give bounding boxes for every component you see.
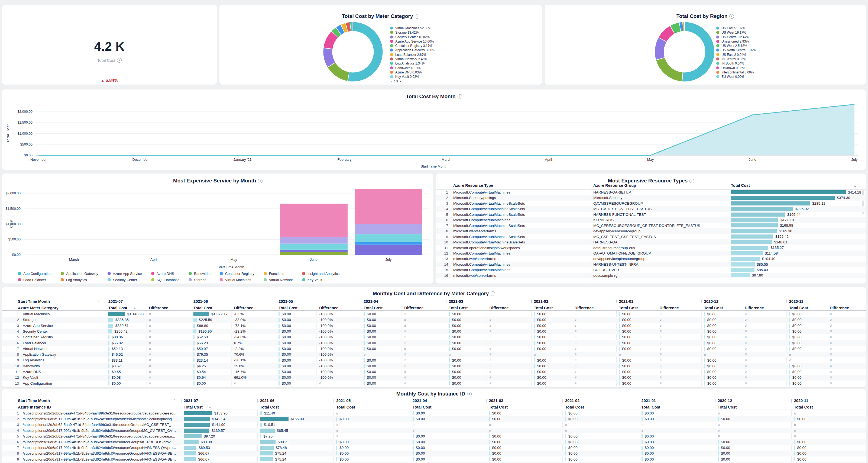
- donut-slice-storage[interactable]: [332, 65, 348, 77]
- chevron-down-icon[interactable]: ⌄: [209, 405, 212, 409]
- legend-item-azure-app-service[interactable]: Azure App Service: [107, 271, 142, 277]
- month-header-2020-11[interactable]: 2020-11: [794, 399, 808, 403]
- legend-page-up-icon[interactable]: ▲: [390, 80, 393, 83]
- column-header-total-cost[interactable]: Total Cost: [718, 405, 737, 409]
- legend-item-load-balancer[interactable]: Load Balancer 2.67%: [390, 53, 435, 57]
- month-header-2020-12[interactable]: 2020-12: [718, 399, 732, 403]
- month-header-2021-06[interactable]: 2021-06: [260, 399, 274, 403]
- table-row[interactable]: 4Security Center$256.42ø$196.90-23.2%$0.…: [2, 328, 866, 334]
- table-row[interactable]: 11microsoft.operationalinsights/workspac…: [436, 245, 866, 251]
- legend-item-virtual-machines[interactable]: Virtual Machines 52.88%: [390, 26, 435, 30]
- table-row[interactable]: 13App Configuration$0.00ø$0.00ø$0.00ø$0.…: [2, 381, 866, 386]
- legend-item-us-north-central[interactable]: US North Central 1.82%: [716, 48, 756, 52]
- info-icon[interactable]: i: [467, 392, 472, 396]
- column-header-total-cost[interactable]: Total Cost: [184, 405, 203, 409]
- row-header-label[interactable]: Azure Meter Category: [18, 306, 59, 310]
- legend-item-intercontinental[interactable]: Intercontinental 0.00%: [716, 70, 756, 75]
- legend-item-bandwidth[interactable]: Bandwidth 0.19%: [390, 66, 435, 70]
- legend-item-security-center[interactable]: Security Center 10.82%: [390, 35, 435, 39]
- legend-item-storage[interactable]: Storage 13.42%: [390, 30, 435, 35]
- table-row[interactable]: 9Log Analytics$33.11ø$23.14-30.1%$0.00-1…: [2, 357, 866, 363]
- table-row[interactable]: 5Microsoft.Compute/virtualMachineScaleSe…: [436, 212, 866, 217]
- legend-item-key-vault[interactable]: Key Vault 0.02%: [390, 75, 435, 79]
- info-icon[interactable]: i: [415, 14, 420, 19]
- month-header-2021-01[interactable]: 2021-01: [642, 399, 656, 403]
- region-donut[interactable]: [545, 5, 716, 85]
- legend-item-in-south[interactable]: IN South 0.04%: [716, 61, 756, 66]
- bar-segment-storage[interactable]: [280, 237, 348, 244]
- month-header-2021-04[interactable]: 2021-04: [364, 299, 378, 303]
- donut-slice-us-central[interactable]: [659, 40, 662, 59]
- month-header-2021-07[interactable]: 2021-07: [184, 399, 198, 403]
- column-header-difference[interactable]: Difference: [234, 306, 253, 310]
- donut-slice-container-registry[interactable]: [335, 31, 338, 34]
- month-header-2021-03[interactable]: 2021-03: [489, 399, 503, 403]
- donut-slice-us-west-2[interactable]: [673, 27, 680, 30]
- column-header-difference[interactable]: Difference: [404, 306, 424, 310]
- column-header-total-cost[interactable]: Total Cost: [260, 405, 279, 409]
- table-row[interactable]: 6Microsoft.Compute/virtualMachinesKERBER…: [436, 217, 866, 223]
- donut-slice-unassigned[interactable]: [663, 30, 672, 39]
- info-icon[interactable]: i: [689, 179, 694, 183]
- column-header-total-cost[interactable]: Total Cost: [364, 306, 382, 310]
- meter-category-donut[interactable]: [219, 5, 390, 85]
- legend-item-unassigned[interactable]: Unassigned 8.93%: [716, 39, 756, 44]
- table-row[interactable]: 14Microsoft.Compute/virtualMachinesHARNE…: [436, 262, 866, 267]
- column-header-total-cost[interactable]: Total Cost: [565, 405, 584, 409]
- table-row[interactable]: 12Microsoft.Compute/virtualMachinesQA-AU…: [436, 251, 866, 256]
- table-row[interactable]: 6Load Balancer$55.82ø$56.230.7%$0.00-100…: [2, 340, 866, 346]
- month-header-2021-04[interactable]: 2021-04: [412, 399, 427, 403]
- bar-segment-container-registry[interactable]: [354, 242, 422, 244]
- table-row[interactable]: 1/subscriptions/12d2db62-5aa9-471d-84bb-…: [2, 410, 866, 416]
- bar-segment-virtual-machines[interactable]: [280, 204, 348, 237]
- table-row[interactable]: 4/subscriptions/20d6a917-99fa-4b1b-9b2e-…: [2, 428, 866, 433]
- column-header-total-cost[interactable]: Total Cost: [108, 306, 127, 310]
- column-header-resource-group[interactable]: Azure Resource Group: [593, 183, 636, 187]
- month-header-2020-12[interactable]: 2020-12: [704, 299, 718, 303]
- legend-item-load-balancer[interactable]: Load Balancer: [18, 278, 52, 283]
- table-row[interactable]: 1Virtual Machines$1,143.93ø$1,072.17-6.3…: [2, 311, 866, 317]
- table-row[interactable]: 10Microsoft.Compute/virtualMachineScaleS…: [436, 239, 866, 245]
- donut-slice-azure-app-service[interactable]: [328, 35, 335, 48]
- legend-item-virtual-network[interactable]: Virtual Network: [264, 278, 293, 283]
- table-row[interactable]: 9Microsoft.Compute/virtualMachineScaleSe…: [436, 234, 866, 239]
- column-header-difference[interactable]: Difference: [319, 306, 338, 310]
- chevron-down-icon[interactable]: ⌄: [133, 306, 136, 310]
- legend-item-storage[interactable]: Storage: [189, 278, 211, 283]
- column-header-total-cost[interactable]: Total Cost: [412, 405, 432, 409]
- legend-item-azure-dns[interactable]: Azure DNS 0.03%: [390, 70, 435, 75]
- bar-segment-storage[interactable]: [354, 224, 422, 234]
- table-row[interactable]: 7/subscriptions/20d6a917-99fa-4b1b-9b2e-…: [2, 445, 866, 451]
- column-header-total-cost[interactable]: Total Cost: [619, 306, 638, 310]
- legend-item-bandwidth[interactable]: Bandwidth: [189, 271, 211, 277]
- table-row[interactable]: 11Azure DNS$0.65ø$0.54-15.7%$0.00-100.0%…: [2, 369, 866, 375]
- column-header-difference[interactable]: Difference: [489, 306, 508, 310]
- legend-item-app-configuration[interactable]: App Configuration: [18, 271, 52, 277]
- row-header-label[interactable]: Azure Instance ID: [18, 405, 51, 409]
- column-header-total-cost[interactable]: Total Cost: [789, 306, 808, 310]
- month-header-2021-05[interactable]: 2021-05: [279, 299, 293, 303]
- legend-item-sql-database[interactable]: SQL Database: [151, 278, 180, 283]
- month-header-2020-11[interactable]: 2020-11: [789, 299, 803, 303]
- table-row[interactable]: 8/subscriptions/20d6a917-99fa-4b1b-9b2e-…: [2, 451, 866, 456]
- table-row[interactable]: 9/subscriptions/20d6a917-99fa-4b1b-9b2e-…: [2, 457, 866, 462]
- legend-item-log-analytics[interactable]: Log Analytics: [61, 278, 98, 283]
- table-row[interactable]: 10Bandwidth$3.67ø$4.2515.8%$0.00-100.0%$…: [2, 363, 866, 369]
- table-row[interactable]: 13microsoft.web/serverfarmsdevappservice…: [436, 256, 866, 261]
- column-header-difference[interactable]: Difference: [575, 306, 594, 310]
- donut-slice-virtual-network[interactable]: [347, 27, 350, 27]
- column-header-total-cost[interactable]: Total Cost: [704, 306, 723, 310]
- donut-slice-us-north-central[interactable]: [680, 27, 683, 27]
- month-header-2021-02[interactable]: 2021-02: [534, 299, 548, 303]
- column-header-difference[interactable]: Difference: [745, 306, 764, 310]
- column-header-resource-type[interactable]: Azure Resource Type: [453, 183, 493, 187]
- legend-item-azure-dns[interactable]: Azure DNS: [151, 271, 180, 277]
- legend-item-azure-app-service[interactable]: Azure App Service 10.00%: [390, 39, 435, 44]
- column-header-difference[interactable]: Difference: [830, 306, 849, 310]
- legend-item-security-center[interactable]: Security Center: [107, 278, 142, 283]
- legend-item-unknown[interactable]: Unknown 0.03%: [716, 66, 756, 70]
- legend-item-key-vault[interactable]: Key Vault: [302, 278, 340, 283]
- table-row[interactable]: 3/subscriptions/12d2db62-5aa9-471d-84bb-…: [2, 422, 866, 428]
- legend-item-application-gateway[interactable]: Application Gateway 3.00%: [390, 48, 435, 52]
- info-icon[interactable]: i: [117, 58, 122, 63]
